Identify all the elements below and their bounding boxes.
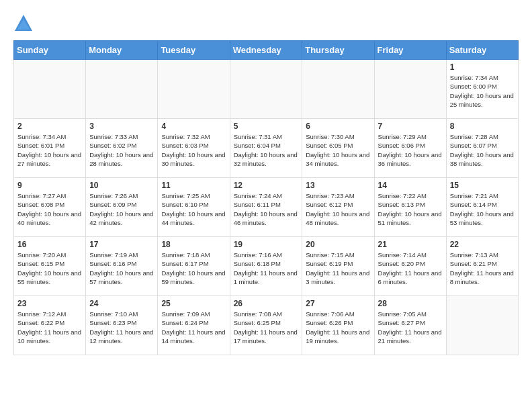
day-number: 20 xyxy=(306,240,370,249)
day-number: 14 xyxy=(378,181,443,190)
day-info: Sunrise: 7:23 AM Sunset: 6:12 PM Dayligh… xyxy=(306,191,370,227)
calendar-cell: 7Sunrise: 7:29 AM Sunset: 6:06 PM Daylig… xyxy=(374,119,446,178)
day-info: Sunrise: 7:33 AM Sunset: 6:02 PM Dayligh… xyxy=(89,132,154,168)
day-info: Sunrise: 7:29 AM Sunset: 6:06 PM Dayligh… xyxy=(378,132,443,168)
day-number: 27 xyxy=(306,299,370,308)
day-info: Sunrise: 7:20 AM Sunset: 6:15 PM Dayligh… xyxy=(17,250,82,286)
logo-icon xyxy=(13,13,34,34)
day-number: 16 xyxy=(17,240,82,249)
day-number: 6 xyxy=(306,122,370,131)
calendar-cell xyxy=(86,60,158,119)
calendar-cell: 8Sunrise: 7:28 AM Sunset: 6:07 PM Daylig… xyxy=(446,119,518,178)
day-info: Sunrise: 7:19 AM Sunset: 6:16 PM Dayligh… xyxy=(89,250,154,286)
calendar-cell xyxy=(374,60,446,119)
week-row: 2Sunrise: 7:34 AM Sunset: 6:01 PM Daylig… xyxy=(14,119,519,178)
calendar-cell: 18Sunrise: 7:18 AM Sunset: 6:17 PM Dayli… xyxy=(158,237,230,296)
day-info: Sunrise: 7:10 AM Sunset: 6:23 PM Dayligh… xyxy=(89,310,154,345)
calendar-cell xyxy=(14,60,86,119)
day-info: Sunrise: 7:25 AM Sunset: 6:10 PM Dayligh… xyxy=(161,191,226,227)
calendar-cell: 2Sunrise: 7:34 AM Sunset: 6:01 PM Daylig… xyxy=(14,119,86,178)
day-info: Sunrise: 7:09 AM Sunset: 6:24 PM Dayligh… xyxy=(161,310,226,345)
day-info: Sunrise: 7:14 AM Sunset: 6:20 PM Dayligh… xyxy=(378,250,443,286)
day-info: Sunrise: 7:22 AM Sunset: 6:13 PM Dayligh… xyxy=(378,191,443,227)
week-row: 16Sunrise: 7:20 AM Sunset: 6:15 PM Dayli… xyxy=(14,237,519,296)
day-number: 28 xyxy=(378,299,443,308)
day-number: 11 xyxy=(161,181,226,190)
logo xyxy=(13,13,36,34)
calendar-cell: 24Sunrise: 7:10 AM Sunset: 6:23 PM Dayli… xyxy=(86,296,158,355)
calendar-cell: 12Sunrise: 7:24 AM Sunset: 6:11 PM Dayli… xyxy=(230,178,302,237)
day-number: 26 xyxy=(234,299,299,308)
calendar-cell: 16Sunrise: 7:20 AM Sunset: 6:15 PM Dayli… xyxy=(14,237,86,296)
calendar-cell xyxy=(446,296,518,355)
day-number: 21 xyxy=(378,240,443,249)
calendar-cell: 9Sunrise: 7:27 AM Sunset: 6:08 PM Daylig… xyxy=(14,178,86,237)
day-number: 8 xyxy=(450,122,515,131)
day-number: 4 xyxy=(161,122,226,131)
day-number: 17 xyxy=(89,240,154,249)
page-header xyxy=(13,13,519,34)
day-number: 7 xyxy=(378,122,443,131)
day-info: Sunrise: 7:08 AM Sunset: 6:25 PM Dayligh… xyxy=(234,310,299,345)
day-info: Sunrise: 7:32 AM Sunset: 6:03 PM Dayligh… xyxy=(161,132,226,168)
weekday-header: Sunday xyxy=(14,41,86,60)
day-info: Sunrise: 7:18 AM Sunset: 6:17 PM Dayligh… xyxy=(161,250,226,286)
calendar-cell: 1Sunrise: 7:34 AM Sunset: 6:00 PM Daylig… xyxy=(446,60,518,119)
calendar-cell xyxy=(230,60,302,119)
weekday-header: Wednesday xyxy=(230,41,302,60)
day-info: Sunrise: 7:30 AM Sunset: 6:05 PM Dayligh… xyxy=(306,132,370,168)
day-number: 9 xyxy=(17,181,82,190)
weekday-header: Saturday xyxy=(446,41,518,60)
day-info: Sunrise: 7:21 AM Sunset: 6:14 PM Dayligh… xyxy=(450,191,515,227)
calendar-cell: 27Sunrise: 7:06 AM Sunset: 6:26 PM Dayli… xyxy=(302,296,374,355)
day-info: Sunrise: 7:06 AM Sunset: 6:26 PM Dayligh… xyxy=(306,310,370,345)
day-info: Sunrise: 7:34 AM Sunset: 6:01 PM Dayligh… xyxy=(17,132,82,168)
weekday-header: Tuesday xyxy=(158,41,230,60)
week-row: 23Sunrise: 7:12 AM Sunset: 6:22 PM Dayli… xyxy=(14,296,519,355)
calendar-cell: 19Sunrise: 7:16 AM Sunset: 6:18 PM Dayli… xyxy=(230,237,302,296)
calendar-cell: 25Sunrise: 7:09 AM Sunset: 6:24 PM Dayli… xyxy=(158,296,230,355)
calendar-cell: 20Sunrise: 7:15 AM Sunset: 6:19 PM Dayli… xyxy=(302,237,374,296)
day-number: 12 xyxy=(234,181,299,190)
calendar-table: SundayMondayTuesdayWednesdayThursdayFrid… xyxy=(13,40,519,355)
calendar-cell: 15Sunrise: 7:21 AM Sunset: 6:14 PM Dayli… xyxy=(446,178,518,237)
day-info: Sunrise: 7:34 AM Sunset: 6:00 PM Dayligh… xyxy=(450,73,515,109)
day-info: Sunrise: 7:28 AM Sunset: 6:07 PM Dayligh… xyxy=(450,132,515,168)
day-info: Sunrise: 7:27 AM Sunset: 6:08 PM Dayligh… xyxy=(17,191,82,227)
calendar-cell: 14Sunrise: 7:22 AM Sunset: 6:13 PM Dayli… xyxy=(374,178,446,237)
week-row: 1Sunrise: 7:34 AM Sunset: 6:00 PM Daylig… xyxy=(14,60,519,119)
day-info: Sunrise: 7:15 AM Sunset: 6:19 PM Dayligh… xyxy=(306,250,370,286)
day-number: 13 xyxy=(306,181,370,190)
calendar-cell: 3Sunrise: 7:33 AM Sunset: 6:02 PM Daylig… xyxy=(86,119,158,178)
day-number: 3 xyxy=(89,122,154,131)
day-number: 23 xyxy=(17,299,82,308)
calendar-cell: 21Sunrise: 7:14 AM Sunset: 6:20 PM Dayli… xyxy=(374,237,446,296)
day-info: Sunrise: 7:16 AM Sunset: 6:18 PM Dayligh… xyxy=(234,250,299,286)
day-number: 22 xyxy=(450,240,515,249)
weekday-header: Friday xyxy=(374,41,446,60)
day-number: 1 xyxy=(450,62,515,72)
calendar-cell: 6Sunrise: 7:30 AM Sunset: 6:05 PM Daylig… xyxy=(302,119,374,178)
calendar-header-row: SundayMondayTuesdayWednesdayThursdayFrid… xyxy=(14,41,519,60)
calendar-cell: 11Sunrise: 7:25 AM Sunset: 6:10 PM Dayli… xyxy=(158,178,230,237)
day-number: 2 xyxy=(17,122,82,131)
day-info: Sunrise: 7:24 AM Sunset: 6:11 PM Dayligh… xyxy=(234,191,299,227)
calendar-cell: 13Sunrise: 7:23 AM Sunset: 6:12 PM Dayli… xyxy=(302,178,374,237)
calendar-cell xyxy=(158,60,230,119)
day-number: 25 xyxy=(161,299,226,308)
calendar-cell: 28Sunrise: 7:05 AM Sunset: 6:27 PM Dayli… xyxy=(374,296,446,355)
day-number: 15 xyxy=(450,181,515,190)
calendar-cell: 4Sunrise: 7:32 AM Sunset: 6:03 PM Daylig… xyxy=(158,119,230,178)
day-info: Sunrise: 7:31 AM Sunset: 6:04 PM Dayligh… xyxy=(234,132,299,168)
day-info: Sunrise: 7:12 AM Sunset: 6:22 PM Dayligh… xyxy=(17,310,82,345)
calendar-cell: 17Sunrise: 7:19 AM Sunset: 6:16 PM Dayli… xyxy=(86,237,158,296)
week-row: 9Sunrise: 7:27 AM Sunset: 6:08 PM Daylig… xyxy=(14,178,519,237)
calendar-cell: 26Sunrise: 7:08 AM Sunset: 6:25 PM Dayli… xyxy=(230,296,302,355)
day-number: 24 xyxy=(89,299,154,308)
calendar-cell: 22Sunrise: 7:13 AM Sunset: 6:21 PM Dayli… xyxy=(446,237,518,296)
calendar-cell: 5Sunrise: 7:31 AM Sunset: 6:04 PM Daylig… xyxy=(230,119,302,178)
weekday-header: Monday xyxy=(86,41,158,60)
day-info: Sunrise: 7:26 AM Sunset: 6:09 PM Dayligh… xyxy=(89,191,154,227)
day-number: 19 xyxy=(234,240,299,249)
day-info: Sunrise: 7:05 AM Sunset: 6:27 PM Dayligh… xyxy=(378,310,443,345)
